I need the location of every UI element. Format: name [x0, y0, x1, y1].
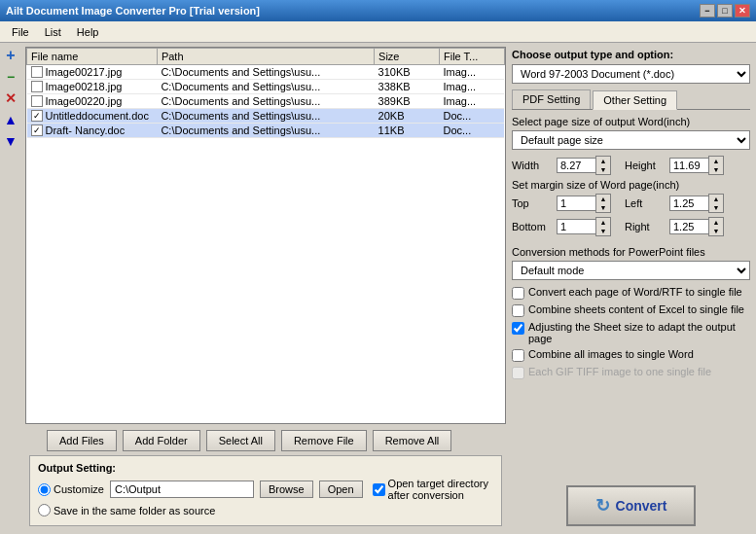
- width-down-button[interactable]: ▼: [596, 165, 610, 174]
- maximize-button[interactable]: □: [717, 4, 733, 18]
- row-filetype: Imag...: [440, 94, 505, 109]
- output-path-input[interactable]: [110, 481, 254, 498]
- checkbox-cb3[interactable]: [512, 322, 524, 335]
- table-row[interactable]: Image00217.jpg C:\Documents and Settings…: [27, 65, 505, 80]
- left-up-button[interactable]: ▲: [709, 195, 723, 203]
- add-icon[interactable]: +: [2, 47, 19, 64]
- save-same-folder-radio-label[interactable]: Save in the same folder as source: [38, 504, 215, 516]
- bottom-input[interactable]: [557, 219, 595, 234]
- checkbox-row: Combine all images to single Word: [512, 348, 750, 362]
- browse-button[interactable]: Browse: [260, 481, 313, 498]
- margin-section: Set margin size of Word page(inch) Top ▲…: [512, 179, 750, 240]
- add-folder-button[interactable]: Add Folder: [123, 430, 200, 451]
- dimensions-row: Width ▲ ▼ Height ▲ ▼: [512, 156, 750, 175]
- customize-radio-label[interactable]: Customize: [38, 483, 104, 496]
- height-down-button[interactable]: ▼: [709, 165, 723, 174]
- row-checkbox[interactable]: [31, 95, 43, 107]
- row-checkbox[interactable]: [31, 81, 43, 92]
- tabs: PDF Setting Other Setting: [512, 89, 750, 110]
- width-spinner[interactable]: ▲ ▼: [557, 156, 611, 175]
- top-spinner[interactable]: ▲ ▼: [557, 194, 611, 213]
- menu-list[interactable]: List: [37, 24, 69, 40]
- file-table-container[interactable]: File name Path Size File T... Image00217…: [25, 47, 506, 424]
- move-down-icon[interactable]: ▼: [2, 132, 19, 150]
- right-panel: Choose output type and option: Word 97-2…: [510, 43, 756, 534]
- select-all-button[interactable]: Select All: [206, 430, 275, 451]
- col-header-filename[interactable]: File name: [27, 49, 158, 65]
- customize-radio[interactable]: [38, 483, 51, 496]
- minimize-button[interactable]: −: [700, 4, 715, 18]
- top-label: Top: [512, 197, 551, 209]
- output-customize-row: Customize Browse Open Open target direct…: [38, 478, 493, 501]
- open-target-label[interactable]: Open target directory after conversion: [373, 478, 493, 501]
- convert-button[interactable]: ↻ Convert: [566, 485, 697, 526]
- page-size-select[interactable]: Default page sizeA4LetterLegal: [512, 130, 750, 150]
- checkbox-label-cb1: Convert each page of Word/RTF to single …: [528, 286, 742, 298]
- output-setting-title: Output Setting:: [38, 462, 493, 474]
- bottom-up-button[interactable]: ▲: [596, 218, 610, 227]
- remove-icon[interactable]: −: [2, 68, 19, 86]
- checkbox-cb4[interactable]: [512, 349, 524, 362]
- tab-pdf-setting[interactable]: PDF Setting: [512, 89, 591, 109]
- bottom-buttons: Add Files Add Folder Select All Remove F…: [25, 424, 506, 455]
- checkbox-cb1[interactable]: [512, 287, 524, 300]
- right-down-button[interactable]: ▼: [709, 227, 723, 235]
- width-input[interactable]: [557, 158, 595, 173]
- menu-help[interactable]: Help: [69, 24, 107, 40]
- table-row[interactable]: Draft- Nancy.doc C:\Documents and Settin…: [27, 124, 505, 138]
- height-up-button[interactable]: ▲: [709, 157, 723, 165]
- open-target-checkbox[interactable]: [373, 483, 385, 496]
- move-up-icon[interactable]: ▲: [2, 111, 19, 128]
- left-down-button[interactable]: ▼: [709, 203, 723, 212]
- right-label: Right: [625, 221, 664, 232]
- table-row[interactable]: Image00218.jpg C:\Documents and Settings…: [27, 80, 505, 94]
- row-checkbox[interactable]: [31, 66, 43, 78]
- row-checkbox[interactable]: [31, 125, 43, 136]
- col-header-size[interactable]: Size: [375, 49, 440, 65]
- table-row[interactable]: Image00220.jpg C:\Documents and Settings…: [27, 94, 505, 109]
- height-input[interactable]: [669, 158, 708, 173]
- output-setting-panel: Output Setting: Customize Browse Open Op…: [29, 455, 502, 526]
- top-down-button[interactable]: ▼: [596, 203, 610, 212]
- col-header-filetype[interactable]: File T...: [440, 49, 505, 65]
- row-filetype: Doc...: [440, 124, 505, 138]
- open-target-text: Open target directory after conversion: [388, 478, 493, 501]
- page-size-section: Select page size of output Word(inch) De…: [512, 116, 750, 150]
- top-input[interactable]: [557, 196, 595, 211]
- window-controls: − □ ✕: [700, 4, 750, 18]
- close-button[interactable]: ✕: [735, 4, 750, 18]
- save-same-folder-radio[interactable]: [38, 504, 51, 516]
- convert-section: ↻ Convert: [512, 478, 750, 530]
- save-same-folder-text: Save in the same folder as source: [54, 505, 215, 516]
- open-button[interactable]: Open: [319, 481, 363, 498]
- left-input[interactable]: [669, 196, 708, 211]
- top-spin-buttons: ▲ ▼: [595, 194, 611, 213]
- row-checkbox[interactable]: [31, 110, 43, 122]
- row-filename: Draft- Nancy.doc: [46, 125, 126, 136]
- right-input[interactable]: [669, 219, 708, 234]
- menu-file[interactable]: File: [4, 24, 37, 40]
- checkbox-label-cb4: Combine all images to single Word: [528, 348, 694, 360]
- remove-all-button[interactable]: Remove All: [373, 430, 452, 451]
- col-header-path[interactable]: Path: [157, 49, 374, 65]
- output-type-select[interactable]: Word 97-2003 Document (*.doc)Word 2007+ …: [512, 64, 750, 84]
- left-spin-buttons: ▲ ▼: [708, 194, 724, 213]
- table-row[interactable]: Untitleddocument.doc C:\Documents and Se…: [27, 109, 505, 124]
- remove-file-button[interactable]: Remove File: [281, 430, 367, 451]
- margin-label: Set margin size of Word page(inch): [512, 179, 750, 191]
- bottom-down-button[interactable]: ▼: [596, 227, 610, 235]
- bottom-spinner[interactable]: ▲ ▼: [557, 217, 611, 236]
- bottom-label: Bottom: [512, 221, 551, 232]
- right-spinner[interactable]: ▲ ▼: [669, 217, 724, 236]
- height-spinner[interactable]: ▲ ▼: [669, 156, 724, 175]
- delete-icon[interactable]: ✕: [2, 89, 19, 107]
- top-up-button[interactable]: ▲: [596, 195, 610, 203]
- conversion-method-select[interactable]: Default modeMode 1Mode 2: [512, 261, 750, 280]
- add-files-button[interactable]: Add Files: [47, 430, 117, 451]
- width-up-button[interactable]: ▲: [596, 157, 610, 165]
- tab-other-setting[interactable]: Other Setting: [593, 90, 677, 110]
- checkbox-cb2[interactable]: [512, 304, 524, 317]
- left-spinner[interactable]: ▲ ▼: [669, 194, 724, 213]
- right-up-button[interactable]: ▲: [709, 218, 723, 227]
- file-list-area: File name Path Size File T... Image00217…: [25, 47, 506, 424]
